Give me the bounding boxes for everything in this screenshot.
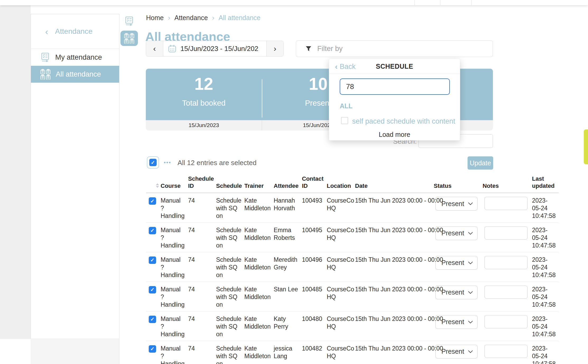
cell-course: Manual ? Handling [161, 222, 188, 252]
notes-input[interactable] [484, 226, 528, 240]
header-location[interactable]: Location [327, 173, 355, 193]
check-icon: ✓ [150, 286, 155, 293]
notes-input[interactable] [484, 197, 528, 210]
cell-course: Manual ? Handling [161, 341, 188, 364]
feedback-tab[interactable] [584, 129, 588, 164]
row-checkbox[interactable]: ✓ [149, 345, 156, 353]
header-schedule[interactable]: Schedule [216, 173, 244, 193]
icon-rail [119, 16, 139, 46]
cell-location: CourseCo HQ [327, 222, 355, 252]
sidebar-title: Attendance [55, 27, 92, 36]
row-checkbox[interactable]: ✓ [149, 286, 156, 293]
cell-location: CourseCo HQ [327, 193, 355, 222]
attendance-table: Course Schedule ID Schedule Trainer Atte… [146, 173, 559, 364]
notes-input[interactable] [484, 345, 528, 358]
header-date[interactable]: Date [355, 173, 434, 193]
status-value: Present [441, 288, 464, 296]
cell-contact-id: 100496 [302, 252, 327, 282]
cell-last-updated: 2023-05-24 10:47:58 [532, 222, 559, 252]
cell-date: 15th Thu Jun 2023 00:00 - 00:00 [355, 282, 434, 311]
self-paced-label[interactable]: self paced schedule with content [352, 117, 455, 125]
cell-location: CourseCo HQ [327, 341, 355, 364]
cell-attendee: Meredith Grey [274, 252, 302, 282]
sidebar-item-label: All attendance [56, 70, 101, 78]
date-range-text: 15/Jun/2023 - 15/Jun/202 [180, 45, 258, 53]
ellipsis-icon[interactable]: ••• [164, 159, 171, 166]
topbar-divider [440, 0, 440, 5]
cell-notes [483, 193, 532, 222]
schedule-search-input[interactable] [340, 78, 450, 95]
header-notes[interactable]: Notes [483, 173, 532, 193]
cell-contact-id: 100480 [302, 311, 327, 341]
header-course[interactable]: Course [161, 173, 188, 193]
rail-my-attendance-button[interactable] [124, 16, 134, 26]
cell-course: Manual ? Handling [161, 311, 188, 341]
next-date-button[interactable]: › [266, 41, 283, 56]
breadcrumb: Home › Attendance › All attendance [146, 14, 260, 22]
rail-all-attendance-button[interactable] [120, 31, 138, 46]
header-contact-id[interactable]: Contact ID [302, 173, 327, 193]
notes-input[interactable] [484, 256, 528, 269]
sidebar: ‹ Attendance My attendance [31, 14, 119, 339]
load-more-button[interactable]: Load more [329, 131, 460, 138]
cell-schedule-id: 74 [188, 341, 216, 364]
breadcrumb-attendance[interactable]: Attendance [174, 14, 208, 22]
cell-trainer: Kate Middleton [244, 193, 274, 222]
cell-schedule: Schedule with SQ on [216, 252, 244, 282]
cell-trainer: Kate Middleton [244, 222, 274, 252]
cell-last-updated: 2023-05-24 10:47:58 [532, 341, 559, 364]
chevron-down-icon [468, 350, 473, 353]
header-attendee[interactable]: Attendee [274, 173, 302, 193]
prev-date-button[interactable]: ‹ [146, 41, 163, 56]
self-paced-checkbox[interactable] [341, 117, 348, 124]
header-schedule-id[interactable]: Schedule ID [188, 173, 216, 193]
check-icon: ✓ [150, 315, 155, 323]
notes-input[interactable] [484, 286, 528, 299]
notes-input[interactable] [484, 315, 528, 328]
row-checkbox[interactable]: ✓ [149, 316, 156, 323]
header-last-updated[interactable]: Last updated [532, 173, 559, 193]
filter-input[interactable] [317, 44, 475, 53]
cell-schedule: Schedule with SQ on [216, 282, 244, 311]
topbar-divider [414, 0, 415, 5]
cell-select: ✓ [146, 193, 161, 222]
status-value: Present [441, 200, 464, 208]
date-range-display[interactable]: 15/Jun/2023 - 15/Jun/202 [163, 41, 266, 56]
cell-attendee: Emma Roberts [274, 222, 302, 252]
chevron-separator-icon: › [168, 14, 170, 22]
table-row: ✓ Manual ? Handling 74 Schedule with SQ … [146, 341, 559, 364]
sidebar-item-my-attendance[interactable]: My attendance [31, 49, 119, 66]
cell-date: 15th Thu Jun 2023 00:00 - 00:00 [355, 222, 434, 252]
top-bar [0, 0, 588, 5]
row-checkbox[interactable]: ✓ [149, 256, 156, 264]
cell-location: CourseCo HQ [327, 252, 355, 282]
cell-contact-id: 100493 [302, 193, 327, 222]
row-checkbox[interactable]: ✓ [149, 227, 156, 234]
topbar-divider [471, 0, 472, 5]
cell-schedule-id: 74 [188, 282, 216, 311]
cell-notes [483, 222, 532, 252]
cell-attendee: Stan Lee [274, 282, 302, 311]
row-checkbox[interactable]: ✓ [149, 197, 156, 205]
select-all-checkbox[interactable]: ✓ [147, 156, 159, 169]
list-check-icon [40, 52, 50, 62]
update-button[interactable]: Update [468, 156, 493, 170]
cell-date: 15th Thu Jun 2023 00:00 - 00:00 [355, 341, 434, 364]
check-icon: ✓ [150, 256, 155, 264]
header-status[interactable]: Status [434, 173, 483, 193]
cell-schedule: Schedule with SQ on [216, 311, 244, 341]
chevron-left-icon: ‹ [45, 27, 48, 36]
header-trainer[interactable]: Trainer [244, 173, 274, 193]
sidebar-item-all-attendance[interactable]: All attendance [31, 66, 119, 83]
cell-select: ✓ [146, 252, 161, 282]
popup-group-label: ALL [340, 102, 353, 110]
cell-schedule: Schedule with SQ on [216, 341, 244, 364]
sidebar-collapse-header[interactable]: ‹ Attendance [31, 14, 119, 49]
breadcrumb-home[interactable]: Home [146, 14, 164, 22]
cell-last-updated: 2023-05-24 10:47:58 [532, 193, 559, 222]
filter-bar[interactable] [296, 40, 493, 57]
table-row: ✓ Manual ? Handling 74 Schedule with SQ … [146, 222, 559, 252]
header-select[interactable] [146, 173, 161, 193]
cell-date: 15th Thu Jun 2023 00:00 - 00:00 [355, 252, 434, 282]
cell-schedule-id: 74 [188, 252, 216, 282]
